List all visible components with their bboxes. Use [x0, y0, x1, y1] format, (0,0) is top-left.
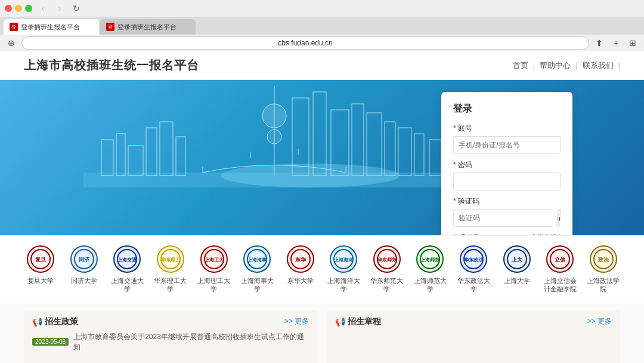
uni-shanghai-shifan[interactable]: 上海师范 上海师范大学 [413, 245, 447, 294]
browser-chrome: ‹ › ↻ 登 登录插班生报名平台 登 登录插班生报名平台 ⊕ ⬆ + ⊞ [0, 0, 644, 51]
nav-links: 首页 | 帮助中心 | 联系我们 | [513, 60, 620, 71]
news-text: 上海市教育委员会关于2023年继续开展普通高校招收插班生试点工作的通知 [73, 332, 309, 352]
zhengfa-logo: 华东政法 [460, 245, 487, 273]
shanghai-u-logo: 上大 [503, 245, 531, 273]
haishi-logo: 上海海事 [243, 245, 271, 273]
password-input[interactable] [453, 173, 561, 190]
account-label: 账号 [453, 124, 561, 134]
shanghai-u-name: 上海大学 [504, 276, 530, 285]
register-link[interactable]: 注册账号 [453, 233, 479, 235]
uni-shanghai-gong[interactable]: 上海工大 上海理工大学 [197, 245, 231, 294]
jiaotong-logo: 上海交通 [113, 245, 141, 273]
svg-point-9 [267, 130, 281, 144]
tab-active[interactable]: 登 登录插班生报名平台 [4, 19, 99, 35]
address-input[interactable] [21, 36, 589, 50]
zhengfa2-logo: 政法 [590, 245, 617, 273]
jiaotong-name: 上海交通大学 [110, 276, 144, 294]
tongji-name: 同济大学 [71, 276, 97, 285]
uni-zhengfa[interactable]: 华东政法 华东政法大学 [457, 245, 491, 294]
uni-haishi[interactable]: 上海海事 上海海事大学 [240, 245, 274, 294]
back-button[interactable]: ‹ [36, 2, 50, 14]
nav-help[interactable]: 帮助中心 [540, 60, 571, 71]
shanghai-gong-name: 上海理工大学 [197, 276, 231, 294]
uni-fudan[interactable]: 复旦 复旦大学 [24, 245, 58, 285]
speaker-icon: 📢 [32, 317, 42, 327]
uni-haiyang[interactable]: 上海海洋 上海海洋大学 [327, 245, 361, 294]
svg-text:上海海洋: 上海海洋 [334, 257, 354, 263]
policy-panel: 📢 招生政策 >> 更多 2023-05-08 上海市教育委员会关于2023年继… [24, 310, 317, 363]
uni-tongji[interactable]: 同济 同济大学 [67, 245, 101, 285]
uni-donghua[interactable]: 东华 东华大学 [283, 245, 317, 285]
svg-rect-18 [429, 140, 441, 176]
uni-shanghai-u[interactable]: 上大 上海大学 [500, 245, 534, 285]
uni-lixin[interactable]: 立信 上海立信会计金融学院 [543, 245, 577, 294]
share-icon[interactable]: ⬆ [593, 36, 606, 50]
forgot-link[interactable]: 忘记密码? [531, 233, 561, 235]
donghua-name: 东华大学 [287, 276, 314, 285]
close-button[interactable] [5, 5, 12, 12]
svg-rect-17 [414, 134, 424, 176]
universities-section: 复旦 复旦大学 同济 同济大学 上海交通 上海交通大学 华东理工 [0, 235, 644, 303]
fudan-logo: 复旦 [27, 245, 54, 273]
zhengfa2-name: 上海政法学院 [586, 276, 620, 294]
news-date: 2023-05-08 [32, 338, 69, 346]
svg-text:上海交通: 上海交通 [117, 257, 137, 263]
svg-text:上海师范: 上海师范 [420, 257, 440, 263]
nav-buttons: ‹ › ↻ [36, 2, 83, 14]
login-card: 登录 账号 密码 验证码 4dn8 注册账号 忘记密码? 登录 [441, 92, 572, 235]
tab-inactive[interactable]: 登 登录插班生报名平台 [100, 19, 196, 35]
top-nav: 上海市高校插班生统一报名平台 首页 | 帮助中心 | 联系我们 | [0, 51, 644, 80]
svg-rect-6 [176, 137, 185, 176]
haiyang-logo: 上海海洋 [330, 245, 357, 273]
handbook-more[interactable]: >> 更多 [587, 316, 612, 327]
svg-text:政法: 政法 [597, 257, 609, 263]
svg-rect-5 [160, 122, 173, 176]
account-group: 账号 [453, 124, 561, 154]
maximize-button[interactable] [25, 5, 32, 12]
forward-button[interactable]: › [52, 2, 67, 14]
minimize-button[interactable] [15, 5, 22, 12]
nav-home[interactable]: 首页 [513, 60, 528, 71]
handbook-header: 📢 招生章程 >> 更多 [335, 316, 612, 327]
uni-huadong-li[interactable]: 华东理工 华东理工大学 [154, 245, 188, 294]
tongji-logo: 同济 [70, 245, 98, 273]
bottom-sections: 📢 招生政策 >> 更多 2023-05-08 上海市教育委员会关于2023年继… [0, 303, 644, 363]
policy-title: 📢 招生政策 [32, 316, 78, 327]
huadong-li-logo: 华东理工 [157, 245, 184, 273]
svg-text:上海海事: 上海海事 [247, 257, 267, 263]
svg-point-8 [262, 104, 286, 128]
tab-label2: 登录插班生报名平台 [117, 23, 177, 32]
svg-rect-13 [352, 104, 364, 176]
account-input[interactable] [453, 136, 561, 154]
svg-text:上大: 上大 [512, 257, 523, 263]
address-bar: ⊕ ⬆ + ⊞ [0, 35, 644, 51]
policy-more[interactable]: >> 更多 [284, 316, 309, 327]
captcha-input[interactable] [453, 209, 553, 227]
svg-text:立信: 立信 [555, 256, 566, 263]
page: 上海市高校插班生统一报名平台 首页 | 帮助中心 | 联系我们 | [0, 51, 644, 363]
add-tab-icon[interactable]: + [609, 36, 623, 50]
uni-jiaotong[interactable]: 上海交通 上海交通大学 [110, 245, 144, 294]
lixin-name: 上海立信会计金融学院 [543, 276, 577, 294]
haishi-name: 上海海事大学 [240, 276, 274, 294]
privacy-icon: ⊕ [5, 36, 18, 50]
svg-rect-16 [398, 128, 411, 176]
huadong-shifan-logo: 华东师范 [373, 245, 401, 273]
policy-news-item[interactable]: 2023-05-08 上海市教育委员会关于2023年继续开展普通高校招收插班生试… [32, 332, 309, 352]
svg-rect-14 [367, 113, 382, 176]
uni-huadong-shifan[interactable]: 华东师范 华东师范大学 [370, 245, 404, 294]
reload-button[interactable]: ↻ [69, 2, 83, 14]
svg-text:上海工大: 上海工大 [205, 257, 224, 263]
nav-contact[interactable]: 联系我们 [583, 60, 614, 71]
zhengfa-name: 华东政法大学 [457, 276, 491, 294]
shanghai-gong-logo: 上海工大 [200, 245, 228, 273]
svg-rect-2 [116, 134, 125, 176]
handbook-title: 📢 招生章程 [335, 316, 381, 327]
lixin-logo: 立信 [546, 245, 574, 273]
sidebar-icon[interactable]: ⊞ [626, 36, 639, 50]
captcha-label: 验证码 [453, 196, 561, 207]
uni-zhengfa2[interactable]: 政法 上海政法学院 [586, 245, 620, 294]
captcha-image[interactable]: 4dn8 [556, 209, 562, 227]
shanghai-shifan-name: 上海师范大学 [413, 276, 447, 294]
svg-text:华东师范: 华东师范 [377, 257, 397, 263]
